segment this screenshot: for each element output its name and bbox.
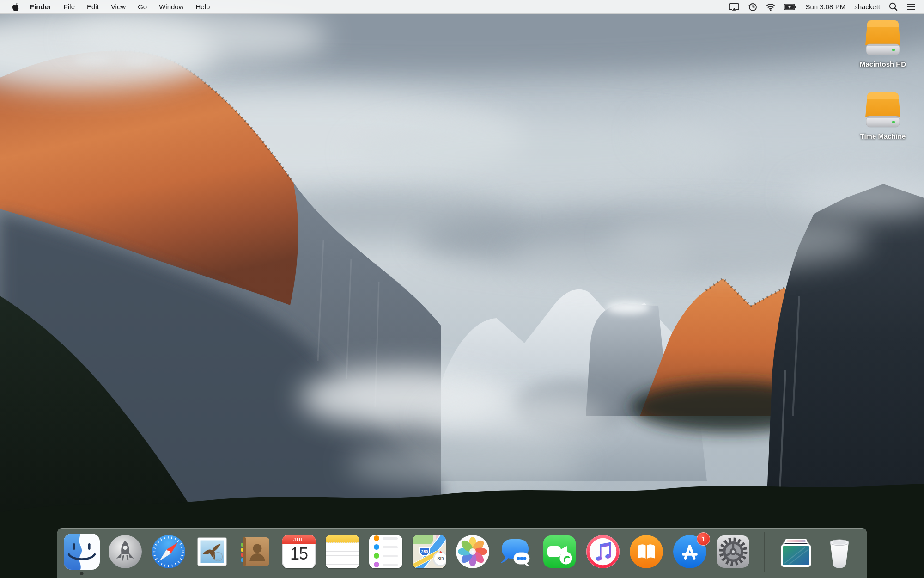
menu-item-edit[interactable]: Edit [81, 0, 105, 13]
dock-separator [764, 532, 765, 572]
desktop-icon-time-machine[interactable]: Time Machine [848, 91, 918, 140]
dock-item-reminders[interactable] [368, 534, 404, 570]
menu-item-finder[interactable]: Finder [24, 0, 58, 13]
desktop-icon-macintosh-hd[interactable]: Macintosh HD [848, 18, 918, 68]
drive-icon [864, 91, 902, 130]
battery-charging-icon[interactable] [784, 4, 796, 10]
maps-icon: 280 3D [413, 535, 446, 568]
desktop-icon-label: Time Machine [860, 132, 906, 140]
trash-icon [821, 534, 857, 570]
dock-item-app-store[interactable]: 1 [672, 534, 708, 570]
menu-bar-status-area: Sun 3:08 PM shackett [729, 2, 924, 12]
dock-item-calendar[interactable]: JUL 15 [281, 534, 317, 570]
menu-item-window[interactable]: Window [153, 0, 189, 13]
system-preferences-icon [715, 534, 751, 570]
apple-menu-icon[interactable] [12, 3, 19, 11]
menu-item-view[interactable]: View [105, 0, 132, 13]
dock-item-messages[interactable] [498, 534, 534, 570]
menu-bar-clock[interactable]: Sun 3:08 PM [805, 3, 845, 11]
app-store-notification-badge: 1 [697, 532, 710, 546]
maps-route-shield: 280 [419, 547, 430, 556]
dock-item-desktop-pictures-stack[interactable] [778, 534, 814, 570]
facetime-icon [541, 534, 578, 570]
calendar-month-label: JUL [282, 535, 316, 544]
photos-icon [455, 534, 491, 570]
ibooks-icon [628, 534, 664, 570]
dock-item-finder[interactable] [64, 534, 100, 570]
time-machine-icon[interactable] [748, 2, 757, 12]
desktop-screen: Finder File Edit View Go Window Help [0, 0, 924, 578]
menu-bar-username[interactable]: shackett [854, 3, 880, 11]
messages-icon [498, 534, 534, 570]
dock-item-trash[interactable] [821, 534, 857, 570]
dock-item-facetime[interactable] [541, 534, 578, 570]
dock-item-ibooks[interactable] [628, 534, 664, 570]
desktop-pictures-icon [778, 534, 814, 570]
contacts-icon [237, 534, 274, 570]
dock-item-itunes[interactable] [585, 534, 621, 570]
reminders-icon [369, 535, 402, 568]
wallpaper-el-capitan [0, 0, 924, 578]
dock-item-maps[interactable]: 280 3D [411, 534, 447, 570]
menu-item-go[interactable]: Go [132, 0, 153, 13]
desktop-icon-label: Macintosh HD [860, 60, 906, 68]
spotlight-search-icon[interactable] [889, 2, 898, 11]
dock: JUL 15 [57, 528, 867, 578]
airplay-display-icon[interactable] [729, 3, 739, 11]
calendar-day-label: 15 [282, 544, 316, 564]
notes-icon [326, 535, 359, 568]
wifi-icon[interactable] [766, 3, 775, 11]
itunes-icon [585, 534, 621, 570]
dock-item-notes[interactable] [324, 534, 360, 570]
menu-item-help[interactable]: Help [190, 0, 216, 13]
safari-icon [151, 534, 187, 570]
dock-item-launchpad[interactable] [107, 534, 143, 570]
drive-icon [864, 18, 902, 58]
menu-item-file[interactable]: File [58, 0, 81, 13]
notification-center-icon[interactable] [906, 3, 916, 11]
dock-item-mail[interactable] [194, 534, 230, 570]
dock-item-contacts[interactable] [237, 534, 274, 570]
maps-3d-badge: 3D [433, 551, 446, 566]
mail-icon [194, 534, 230, 570]
menu-bar: Finder File Edit View Go Window Help [0, 0, 924, 14]
finder-icon [64, 534, 100, 570]
calendar-icon: JUL 15 [282, 535, 316, 568]
launchpad-icon [107, 534, 143, 570]
dock-item-safari[interactable] [151, 534, 187, 570]
dock-item-photos[interactable] [455, 534, 491, 570]
dock-item-system-preferences[interactable] [715, 534, 751, 570]
